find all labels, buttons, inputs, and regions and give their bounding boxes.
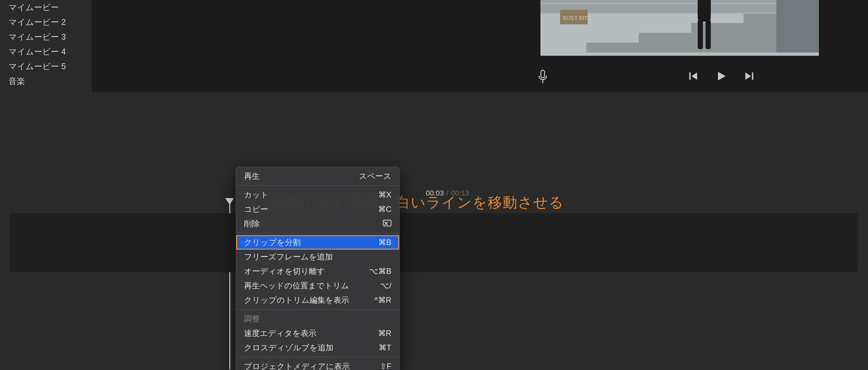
menu-shortcut: ^⌘R xyxy=(374,295,392,305)
svg-text:BUILT RITE: BUILT RITE xyxy=(563,15,591,21)
microphone-icon[interactable] xyxy=(537,69,548,86)
menu-trim-to-playhead[interactable]: 再生ヘッドの位置までトリム ⌥/ xyxy=(236,279,399,293)
play-icon[interactable] xyxy=(715,69,728,84)
svg-rect-7 xyxy=(698,20,703,49)
sidebar-item-movie-1[interactable]: マイムービー xyxy=(0,0,92,15)
svg-rect-3 xyxy=(776,0,819,53)
skip-forward-icon[interactable] xyxy=(744,70,755,83)
menu-delete[interactable]: 削除 xyxy=(236,217,399,231)
menu-label: 削除 xyxy=(244,219,260,229)
context-menu: 再生 スペース カット ⌘X コピー ⌘C 削除 クリップを分割 ⌘B フリーズ… xyxy=(236,167,400,370)
menu-header-adjust: 調整 xyxy=(236,312,399,326)
menu-shortcut: ⌥⌘B xyxy=(369,267,392,276)
menu-show-speed-editor[interactable]: 速度エディタを表示 ⌘R xyxy=(236,326,399,340)
menu-label: 再生ヘッドの位置までトリム xyxy=(244,281,349,291)
menu-label: カット xyxy=(244,190,269,200)
menu-label: 調整 xyxy=(244,314,260,324)
menu-label: クリップのトリム編集を表示 xyxy=(244,295,349,305)
project-sidebar: マイムービー マイムービー 2 マイムービー 3 マイムービー 4 マイムービー… xyxy=(0,0,92,92)
menu-label: クリップを分割 xyxy=(244,237,301,248)
svg-marker-15 xyxy=(718,72,725,81)
menu-add-freeze-frame[interactable]: フリーズフレームを追加 xyxy=(236,250,399,264)
menu-play[interactable]: 再生 スペース xyxy=(236,169,399,183)
menu-label: フリーズフレームを追加 xyxy=(244,252,333,262)
timeline-well[interactable]: coverr-girl-running-down-stairs-9275 xyxy=(10,213,858,272)
transport-controls xyxy=(688,69,755,84)
menu-shortcut: ⌥/ xyxy=(380,281,392,290)
svg-marker-14 xyxy=(691,73,697,80)
menu-label: クロスディゾルブを追加 xyxy=(244,342,334,353)
menu-detach-audio[interactable]: オーディオを切り離す ⌥⌘B xyxy=(236,264,399,279)
svg-rect-17 xyxy=(752,73,753,80)
menu-reveal-in-project-media[interactable]: プロジェクトメディアに表示 ⇧F xyxy=(236,359,399,370)
menu-shortcut: ⌘C xyxy=(378,205,392,214)
menu-separator xyxy=(236,233,399,233)
menu-separator xyxy=(236,357,399,357)
svg-rect-13 xyxy=(689,73,690,80)
sidebar-item-movie-2[interactable]: マイムービー 2 xyxy=(0,15,92,30)
menu-separator xyxy=(236,185,399,186)
menu-label: プロジェクトメディアに表示 xyxy=(244,361,350,370)
menu-shortcut: ⌘B xyxy=(378,238,392,247)
menu-label: 速度エディタを表示 xyxy=(244,328,316,339)
svg-rect-8 xyxy=(706,20,711,49)
menu-shortcut: ⌘R xyxy=(378,329,392,338)
svg-marker-16 xyxy=(745,73,751,80)
menu-shortcut: ⇧F xyxy=(380,362,392,370)
menu-label: コピー xyxy=(244,204,268,215)
skip-back-icon[interactable] xyxy=(688,70,699,83)
menu-shortcut: ⌘T xyxy=(379,343,392,352)
menu-label: 再生 xyxy=(244,171,260,181)
menu-split-clip[interactable]: クリップを分割 ⌘B xyxy=(236,235,399,250)
sidebar-item-movie-5[interactable]: マイムービー 5 xyxy=(0,59,92,74)
svg-rect-6 xyxy=(698,0,711,22)
menu-add-cross-dissolve[interactable]: クロスディゾルブを追加 ⌘T xyxy=(236,340,399,355)
sidebar-item-music[interactable]: 音楽 xyxy=(0,74,92,89)
preview-monitor: BUILT RITE xyxy=(540,0,819,56)
svg-rect-11 xyxy=(541,70,545,78)
sidebar-item-movie-3[interactable]: マイムービー 3 xyxy=(0,30,92,44)
menu-shortcut: ⌘X xyxy=(378,190,392,199)
menu-show-trim-editor[interactable]: クリップのトリム編集を表示 ^⌘R xyxy=(236,293,399,307)
menu-shortcut: スペース xyxy=(359,171,392,181)
menu-separator xyxy=(236,309,399,310)
timeline-panel: 00:03/00:13 ①分割したい場所に白いラインを移動させる ②右クリック … xyxy=(0,92,868,370)
menu-cut[interactable]: カット ⌘X xyxy=(236,188,399,202)
menu-label: オーディオを切り離す xyxy=(244,266,325,277)
menu-copy[interactable]: コピー ⌘C xyxy=(236,202,399,217)
sidebar-item-movie-4[interactable]: マイムービー 4 xyxy=(0,44,92,59)
delete-key-icon xyxy=(383,219,392,228)
